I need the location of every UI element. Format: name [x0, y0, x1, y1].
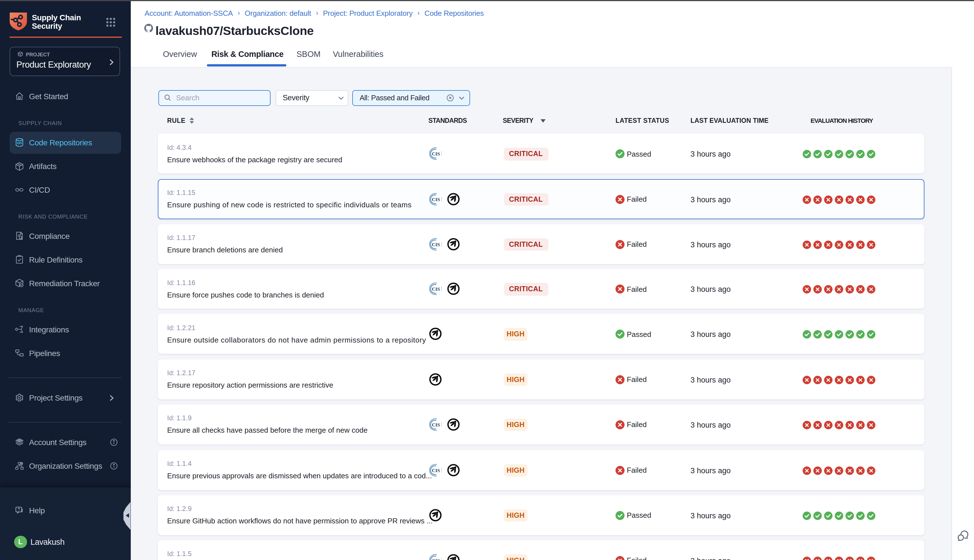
svg-text:CIS: CIS	[432, 197, 440, 202]
svg-text:CIS: CIS	[432, 558, 440, 560]
svg-text:CIS: CIS	[432, 287, 440, 292]
svg-text:CIS: CIS	[432, 468, 440, 473]
svg-text:CIS: CIS	[432, 151, 440, 157]
svg-text:CIS: CIS	[432, 422, 440, 427]
svg-text:CIS: CIS	[432, 242, 440, 247]
